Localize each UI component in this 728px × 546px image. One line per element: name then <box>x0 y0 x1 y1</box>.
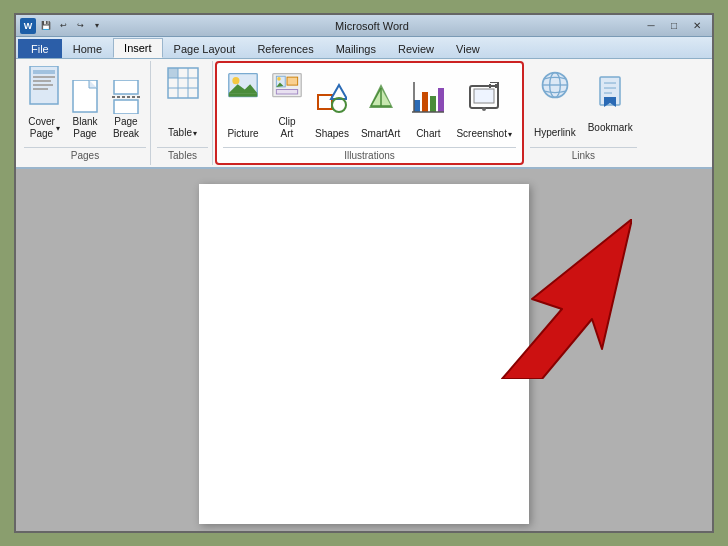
screenshot-label: Screenshot <box>456 128 507 140</box>
clip-art-icon <box>271 70 303 102</box>
tables-buttons: Table ▾ <box>157 63 208 145</box>
svg-rect-35 <box>438 88 444 112</box>
hyperlink-icon <box>539 69 571 101</box>
svg-marker-25 <box>331 85 347 99</box>
shapes-button[interactable]: Shapes <box>311 75 353 145</box>
pages-group-label: Pages <box>24 147 146 163</box>
links-buttons: Hyperlink Bookmark <box>530 63 637 145</box>
svg-rect-24 <box>318 95 332 109</box>
picture-label: Picture <box>227 128 258 140</box>
illustrations-buttons: Picture ClipArt <box>223 65 516 145</box>
bookmark-label: Bookmark <box>588 122 633 134</box>
shapes-label: Shapes <box>315 128 349 140</box>
document-page <box>199 184 529 524</box>
tab-mailings[interactable]: Mailings <box>325 39 387 58</box>
document-area <box>16 169 712 533</box>
svg-rect-1 <box>33 70 55 74</box>
table-button[interactable]: Table ▾ <box>162 64 204 144</box>
screenshot-icon <box>468 80 500 116</box>
svg-rect-33 <box>422 92 428 112</box>
svg-rect-18 <box>229 93 257 97</box>
tab-file[interactable]: File <box>18 39 62 58</box>
svg-rect-3 <box>33 80 51 82</box>
tab-review[interactable]: Review <box>387 39 445 58</box>
tab-page-layout[interactable]: Page Layout <box>163 39 247 58</box>
minimize-btn[interactable]: ─ <box>640 18 662 34</box>
bookmark-button[interactable]: Bookmark <box>584 69 637 139</box>
window-controls: ─ □ ✕ <box>640 18 708 34</box>
hyperlink-label: Hyperlink <box>534 127 576 139</box>
group-illustrations: Picture ClipArt <box>215 61 524 165</box>
blank-page-button[interactable]: BlankPage <box>65 75 105 145</box>
svg-rect-34 <box>430 96 436 112</box>
table-icon <box>167 69 199 101</box>
save-quick-btn[interactable]: 💾 <box>39 19 53 33</box>
svg-rect-22 <box>287 77 298 85</box>
svg-rect-23 <box>276 90 297 94</box>
svg-point-17 <box>232 77 239 84</box>
group-pages: CoverPage ▾ BlankPage <box>20 61 151 165</box>
table-label: Table <box>168 127 192 139</box>
tables-group-label: Tables <box>157 147 208 163</box>
chart-icon <box>412 80 444 116</box>
cover-page-label: CoverPage <box>28 116 55 140</box>
maximize-btn[interactable]: □ <box>663 18 685 34</box>
word-icon: W <box>20 18 36 34</box>
customize-btn[interactable]: ▾ <box>90 19 104 33</box>
page-break-icon <box>110 80 142 114</box>
bookmark-icon <box>594 74 626 110</box>
svg-point-26 <box>332 98 346 112</box>
tab-references[interactable]: References <box>246 39 324 58</box>
page-break-label: PageBreak <box>113 116 139 140</box>
clip-art-label: ClipArt <box>278 116 295 140</box>
links-group-label: Links <box>530 147 637 163</box>
chart-button[interactable]: Chart <box>408 75 448 145</box>
picture-button[interactable]: Picture <box>223 65 263 145</box>
screenshot-button[interactable]: Screenshot ▾ <box>452 75 516 145</box>
svg-rect-2 <box>33 76 55 78</box>
ribbon-content: CoverPage ▾ BlankPage <box>16 59 712 169</box>
blank-page-label: BlankPage <box>72 116 97 140</box>
hyperlink-button[interactable]: Hyperlink <box>530 64 580 144</box>
smart-art-icon <box>365 80 397 116</box>
tab-home[interactable]: Home <box>62 39 113 58</box>
svg-rect-15 <box>168 68 178 78</box>
svg-point-21 <box>277 77 281 81</box>
group-tables: Table ▾ Tables <box>153 61 213 165</box>
app-window: W 💾 ↩ ↪ ▾ Microsoft Word ─ □ ✕ File Home… <box>14 13 714 533</box>
chart-label: Chart <box>416 128 440 140</box>
svg-rect-7 <box>114 80 138 94</box>
tab-view[interactable]: View <box>445 39 491 58</box>
cover-page-icon <box>28 70 60 102</box>
svg-rect-5 <box>33 88 48 90</box>
undo-btn[interactable]: ↩ <box>56 19 70 33</box>
cover-page-button[interactable]: CoverPage ▾ <box>24 65 64 145</box>
table-arrow: ▾ <box>193 129 197 138</box>
clip-art-button[interactable]: ClipArt <box>267 65 307 145</box>
screenshot-arrow: ▾ <box>508 130 512 139</box>
cover-page-arrow: ▾ <box>56 124 60 133</box>
pages-buttons: CoverPage ▾ BlankPage <box>24 63 146 145</box>
svg-rect-4 <box>33 84 53 86</box>
svg-rect-39 <box>474 89 494 103</box>
page-break-button[interactable]: PageBreak <box>106 75 146 145</box>
tab-insert[interactable]: Insert <box>113 38 163 58</box>
close-btn[interactable]: ✕ <box>686 18 708 34</box>
illustrations-group-label: Illustrations <box>223 147 516 163</box>
title-bar: W 💾 ↩ ↪ ▾ Microsoft Word ─ □ ✕ <box>16 15 712 37</box>
ribbon-tabs: File Home Insert Page Layout References … <box>16 37 712 59</box>
svg-rect-32 <box>414 100 420 112</box>
picture-icon <box>227 70 259 102</box>
shapes-icon <box>316 80 348 116</box>
window-title: Microsoft Word <box>104 20 640 32</box>
smart-art-button[interactable]: SmartArt <box>357 75 404 145</box>
smart-art-label: SmartArt <box>361 128 400 140</box>
svg-point-40 <box>482 107 486 111</box>
blank-page-icon <box>69 80 101 114</box>
title-bar-left: W 💾 ↩ ↪ ▾ <box>20 18 104 34</box>
group-links: Hyperlink Bookmark <box>526 61 641 165</box>
svg-rect-9 <box>114 100 138 114</box>
redo-btn[interactable]: ↪ <box>73 19 87 33</box>
